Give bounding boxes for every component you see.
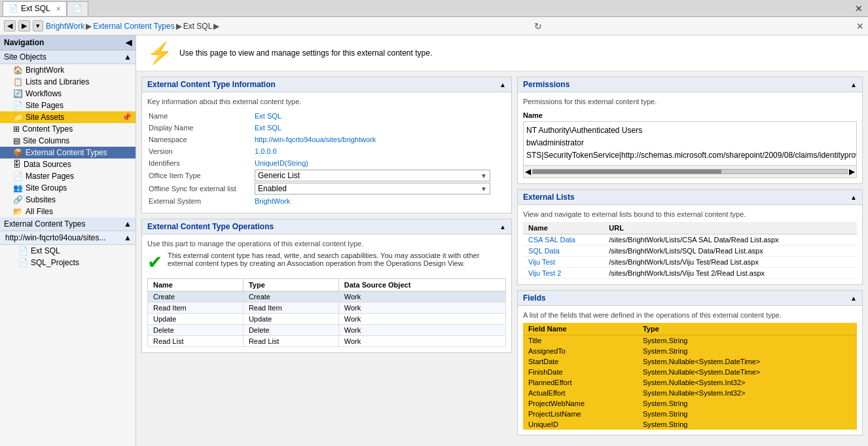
scroll-right[interactable]: ▶	[849, 167, 855, 176]
ext-list-row-0: CSA SAL Data/sites/BrightWork/Lists/CSA …	[523, 234, 857, 245]
tab-new[interactable]: 📄	[67, 1, 88, 16]
sidebar-item-site-pages[interactable]: 📄 Site Pages	[0, 100, 136, 111]
fields-header[interactable]: Fields	[518, 291, 862, 306]
nav-forward-btn[interactable]: ▶	[18, 20, 30, 31]
right-panels: Permissions Permissions for this externa…	[517, 77, 863, 441]
info-value-name[interactable]: Ext SQL	[255, 111, 505, 121]
sidebar-site-url-arrow: ▲	[124, 233, 132, 242]
ect-info-collapse[interactable]	[499, 80, 506, 89]
sidebar: Navigation ◀ Site Objects ▲ 🏠 BrightWork…	[0, 35, 136, 446]
page-header-text: Use this page to view and manage setting…	[179, 48, 432, 58]
permission-name: bw\administrator	[526, 137, 854, 149]
sidebar-site-groups-label: Site Groups	[26, 183, 67, 193]
sidebar-sql-projects[interactable]: 📄 SQL_Projects	[0, 257, 136, 269]
refresh-btn[interactable]: ↻	[534, 21, 542, 31]
field-row-5: ActualEffortSystem.Nullable<System.Int32…	[523, 388, 857, 398]
ext-list-row-2: Viju Test/sites/BrightWork/Lists/Viju Te…	[523, 256, 857, 267]
ext-list-row-1: SQL Data/sites/BrightWork/Lists/SQL Data…	[523, 245, 857, 256]
sidebar-item-site-columns[interactable]: ▤ Site Columns	[0, 135, 136, 147]
ops-col-name: Name	[148, 279, 244, 291]
offline-sync-select[interactable]: Enabled ▼	[255, 183, 490, 195]
sidebar-item-all-files[interactable]: 📂 All Files	[0, 206, 136, 217]
sidebar-item-data-sources[interactable]: 🗄 Data Sources	[0, 158, 136, 170]
info-label-offline-sync: Offline Sync for external list	[149, 183, 253, 195]
sidebar-item-subsites[interactable]: 🔗 Subsites	[0, 194, 136, 206]
fields-collapse[interactable]	[850, 293, 857, 303]
sidebar-item-external-content-types[interactable]: 📦 External Content Types	[0, 147, 136, 158]
sidebar-item-brightwork[interactable]: 🏠 BrightWork	[0, 64, 136, 76]
window-close-btn[interactable]: ✕	[855, 3, 863, 14]
sidebar-ect-section-header[interactable]: External Content Types ▲	[0, 217, 136, 231]
info-value-offline-sync: Enabled ▼	[255, 183, 505, 195]
tab-ext-sql[interactable]: 📄 Ext SQL ✕	[3, 1, 67, 16]
permissions-header[interactable]: Permissions	[518, 77, 862, 92]
field-row-2: StartDateSystem.Nullable<System.DateTime…	[523, 356, 857, 367]
field-row-3: FinishDateSystem.Nullable<System.DateTim…	[523, 367, 857, 377]
sidebar-item-workflows[interactable]: 🔄 Workflows	[0, 88, 136, 100]
ect-ops-desc-row: ✔ This external content type has read, w…	[147, 251, 506, 273]
ext-lists-table: Name URL CSA SAL Data/sites/BrightWork/L…	[523, 222, 857, 279]
tab-new-icon: 📄	[73, 4, 82, 13]
info-value-identifiers[interactable]: UniqueID(String)	[255, 158, 505, 168]
stop-btn[interactable]: ✕	[856, 21, 864, 31]
sidebar-data-sources-icon: 🗄	[13, 160, 21, 169]
breadcrumb-bar: ◀ ▶ ▾ BrightWork ▶ External Content Type…	[0, 17, 868, 35]
scroll-thumb	[533, 170, 721, 174]
sidebar-ect-icon: 📦	[13, 148, 23, 157]
sidebar-all-files-icon: 📂	[13, 207, 23, 216]
info-row-identifiers: Identifiers UniqueID(String)	[149, 158, 505, 168]
sidebar-site-url-header[interactable]: http://win-fqcrto94oua/sites... ▲	[0, 231, 136, 245]
sidebar-site-assets-icon: 📁	[13, 113, 23, 122]
scroll-left[interactable]: ◀	[525, 167, 531, 176]
sidebar-ect-label: External Content Types	[26, 148, 107, 157]
nav-back-btn[interactable]: ◀	[4, 20, 16, 31]
ops-row-4: Read ListRead ListWork	[148, 336, 506, 347]
sidebar-lists-icon: 📋	[13, 77, 23, 86]
breadcrumb-current: Ext SQL	[183, 22, 213, 31]
page-header: ⚡ Use this page to view and manage setti…	[136, 35, 868, 71]
info-label-version: Version	[149, 146, 253, 157]
breadcrumb-ect[interactable]: External Content Types	[93, 22, 175, 31]
permissions-scrollbar[interactable]: ◀ ▶	[523, 166, 857, 178]
breadcrumb-brightwork[interactable]: BrightWork	[46, 22, 84, 31]
sidebar-item-site-assets[interactable]: 📁 Site Assets 📌	[0, 111, 136, 123]
info-value-external-system[interactable]: BrightWork	[255, 196, 505, 206]
nav-dropdown-btn[interactable]: ▾	[33, 20, 43, 31]
ect-info-header[interactable]: External Content Type Information	[142, 77, 511, 92]
sidebar-item-lists-libraries[interactable]: 📋 Lists and Libraries	[0, 76, 136, 88]
office-item-select[interactable]: Generic List ▼	[255, 170, 490, 181]
ext-lists-collapse[interactable]	[850, 193, 857, 202]
sidebar-item-content-types[interactable]: ⊞ Content Types	[0, 123, 136, 135]
info-value-display-name[interactable]: Ext SQL	[255, 122, 505, 133]
field-row-8: UniqueIDSystem.String	[523, 419, 857, 430]
ext-list-row-3: Viju Test 2/sites/BrightWork/Lists/Viju …	[523, 267, 857, 278]
main-layout: Navigation ◀ Site Objects ▲ 🏠 BrightWork…	[0, 35, 868, 446]
sidebar-ext-sql[interactable]: 📄 Ext SQL	[0, 245, 136, 257]
sidebar-sql-projects-icon: 📄	[18, 258, 28, 267]
sidebar-item-site-groups[interactable]: 👥 Site Groups	[0, 182, 136, 194]
ext-lists-header-row: Name URL	[523, 222, 857, 234]
ect-ops-header[interactable]: External Content Type Operations	[142, 219, 511, 234]
field-row-7: ProjectListNameSystem.String	[523, 409, 857, 419]
tab-close-btn[interactable]: ✕	[56, 5, 61, 12]
ect-ops-collapse[interactable]	[499, 222, 506, 231]
sidebar-item-master-pages[interactable]: 📄 Master Pages	[0, 170, 136, 182]
info-value-namespace[interactable]: http://win-fqcrto94oua/sites/brightwork	[255, 134, 505, 145]
sidebar-site-pages-label: Site Pages	[26, 101, 63, 110]
ect-info-body: Key information about this external cont…	[142, 92, 511, 213]
sidebar-header[interactable]: Navigation ◀	[0, 35, 136, 50]
permissions-collapse[interactable]	[850, 80, 857, 89]
sidebar-site-objects-header[interactable]: Site Objects ▲	[0, 50, 136, 64]
sidebar-ect-section-arrow: ▲	[124, 219, 132, 229]
sidebar-content-types-icon: ⊞	[13, 124, 20, 134]
sidebar-site-columns-icon: ▤	[13, 136, 20, 145]
scroll-track	[532, 169, 848, 174]
tab-bar: 📄 Ext SQL ✕ 📄 ✕	[0, 0, 868, 17]
fields-subtitle: A list of the fields that were defined i…	[523, 311, 857, 319]
ext-lists-header[interactable]: External Lists	[518, 190, 862, 205]
sidebar-sql-projects-label: SQL_Projects	[31, 258, 79, 267]
field-row-1: AssignedToSystem.String	[523, 346, 857, 356]
sidebar-collapse-icon[interactable]: ◀	[126, 38, 132, 47]
ect-operations-panel: External Content Type Operations Use thi…	[141, 219, 512, 353]
sidebar-ect-section-label: External Content Types	[4, 219, 86, 229]
